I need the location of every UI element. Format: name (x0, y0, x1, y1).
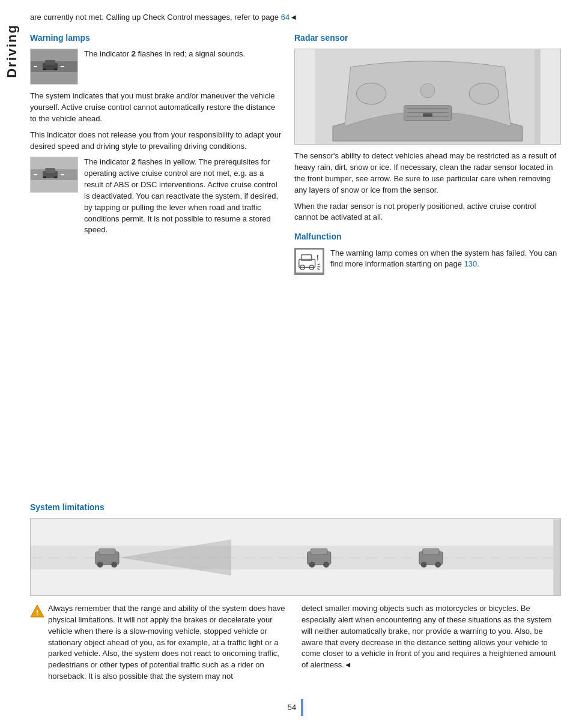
radar-text2: When the radar sensor is not properly po… (294, 201, 561, 224)
radar-img (294, 49, 561, 145)
indicator1-text3: This indicator does not release you from… (30, 130, 282, 152)
radar-sensor-title: Radar sensor (294, 32, 561, 44)
sidebar-label: Driving (2, 24, 22, 78)
malfunction-text: The warning lamp comes on when the syste… (330, 248, 561, 271)
indicator1-text2: The system indicates that you must brake… (30, 91, 282, 125)
radar-text1: The sensor's ability to detect vehicles … (294, 151, 561, 196)
svg-rect-28 (420, 83, 435, 98)
malfunction-title: Malfunction (294, 230, 561, 242)
svg-point-27 (469, 83, 499, 104)
system-right-body: detect smaller moving objects such as mo… (302, 603, 561, 671)
svg-point-52 (421, 562, 427, 568)
warning-triangle-icon: ! (30, 604, 44, 618)
malfunction-page-ref[interactable]: 130 (464, 259, 478, 268)
malfunction-section: Malfunction (294, 230, 561, 275)
malfunction-row: ! The warning lamp comes on when the sys… (294, 248, 561, 275)
svg-point-49 (323, 562, 329, 568)
indicator-img-1 (30, 49, 78, 85)
svg-rect-8 (43, 68, 46, 70)
system-left-body: Always remember that the range and abili… (48, 603, 290, 682)
system-left-text: ! Always remember that the range and abi… (30, 603, 290, 687)
svg-rect-18 (43, 176, 46, 178)
svg-point-53 (435, 562, 441, 568)
page-footer: 54 (30, 699, 561, 716)
system-two-col: ! Always remember that the range and abi… (30, 603, 561, 687)
svg-line-36 (317, 264, 320, 265)
indicator-block-1: The indicator 2 flashes in red; a signal… (30, 49, 282, 85)
svg-rect-51 (423, 549, 439, 555)
system-diagram (30, 518, 561, 596)
triangle-svg: ! (30, 604, 44, 618)
warning-lamps-title: Warning lamps (30, 32, 282, 44)
svg-rect-9 (54, 68, 57, 70)
svg-rect-54 (553, 519, 560, 595)
page-container: Driving are currently not met. Calling u… (0, 0, 573, 728)
svg-rect-29 (535, 49, 541, 144)
page-number: 54 (288, 702, 296, 714)
indicator2-text: The indicator 2 flashes in yellow. The p… (84, 157, 282, 236)
indicator-svg-1 (31, 49, 77, 84)
indicator-img-2 (30, 157, 78, 193)
malfunction-svg: ! (296, 248, 323, 274)
svg-point-45 (111, 562, 117, 568)
svg-rect-7 (45, 60, 55, 65)
system-limitations-title: System limitations (30, 501, 561, 513)
main-content: are currently not met. Calling up Check … (24, 0, 573, 728)
svg-rect-19 (54, 176, 57, 178)
svg-line-38 (317, 268, 320, 269)
indicator1-text: The indicator 2 flashes in red; a signal… (84, 49, 245, 80)
left-column: Warning lamps (30, 32, 282, 492)
svg-text:!: ! (36, 608, 38, 617)
intro-text-before: are currently not met. Calling up Check … (30, 13, 281, 22)
svg-text:!: ! (317, 253, 319, 262)
svg-point-48 (309, 562, 315, 568)
svg-rect-17 (45, 168, 55, 173)
indicator-svg-2 (31, 157, 77, 192)
intro-text: are currently not met. Calling up Check … (30, 12, 561, 23)
svg-point-26 (357, 83, 386, 104)
two-col-layout: Warning lamps (30, 32, 561, 492)
intro-page-ref[interactable]: 64 (281, 13, 290, 22)
page-bar (301, 699, 303, 716)
malfunction-icon: ! (294, 248, 324, 275)
system-right-text: detect smaller moving objects such as mo… (302, 603, 561, 687)
svg-rect-43 (99, 549, 115, 555)
system-limitations-section: System limitations (30, 501, 561, 687)
svg-rect-25 (423, 113, 432, 117)
right-column: Radar sensor (294, 32, 561, 492)
system-diagram-svg (31, 519, 560, 596)
svg-point-44 (97, 562, 103, 568)
intro-back-arrow: ◄ (290, 13, 297, 22)
indicator-block-2: The indicator 2 flashes in yellow. The p… (30, 157, 282, 241)
sidebar: Driving (0, 0, 24, 728)
warning-lamps-section: Warning lamps (30, 32, 282, 241)
radar-section: Radar sensor (294, 32, 561, 223)
svg-rect-47 (311, 549, 327, 555)
radar-svg (295, 49, 560, 144)
warning-row: ! Always remember that the range and abi… (30, 603, 290, 687)
